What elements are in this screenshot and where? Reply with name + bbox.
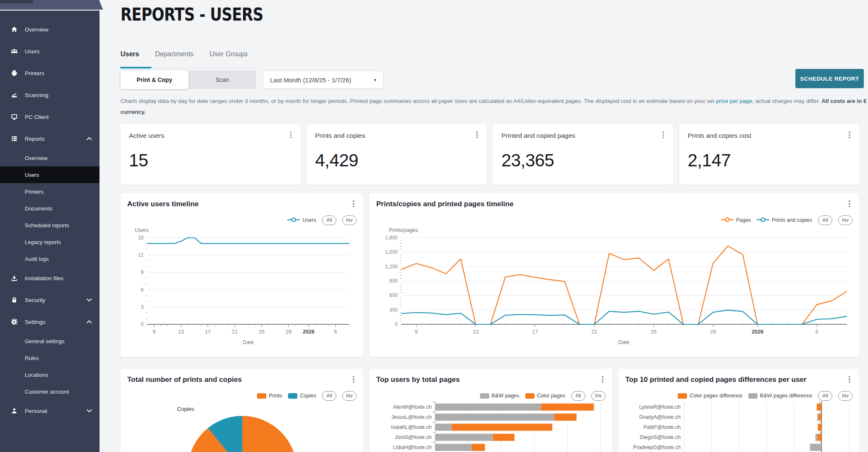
sidebar-subitem-scheduled-reports[interactable]: Scheduled reports: [0, 217, 100, 234]
price-per-page-link[interactable]: price per page: [716, 98, 752, 104]
sidebar-subitem-customer-account[interactable]: Customer account: [0, 383, 100, 400]
svg-text:25: 25: [259, 329, 265, 335]
schedule-report-button[interactable]: SCHEDULE REPORT: [795, 69, 864, 88]
legend-pill-inv[interactable]: Inv: [591, 391, 606, 401]
kebab-menu-icon[interactable]: [847, 200, 852, 208]
sidebar-item-users[interactable]: Users: [0, 40, 100, 62]
legend-pill-inv[interactable]: Inv: [838, 391, 852, 401]
kebab-menu-icon[interactable]: [600, 376, 606, 384]
legend-pill-all[interactable]: All: [571, 391, 585, 401]
date-range-dropdown[interactable]: Last Month (12/8/25 - 1/7/26) ▾: [263, 71, 383, 89]
kebab-menu-icon[interactable]: [847, 131, 852, 139]
date-range-value: Last Month (12/8/25 - 1/7/26): [270, 76, 351, 84]
sidebar-subitem-printers[interactable]: Printers: [0, 183, 100, 200]
legend-item-color-pages-difference[interactable]: Color pages difference: [678, 393, 742, 399]
legend-swatch-icon: [525, 393, 535, 399]
sidebar-item-settings[interactable]: Settings: [0, 311, 100, 333]
svg-text:9: 9: [153, 329, 156, 335]
legend-item-users[interactable]: Users: [287, 217, 316, 223]
svg-text:Date: Date: [619, 339, 629, 345]
kebab-menu-icon[interactable]: [288, 131, 294, 139]
legend-pill-all[interactable]: All: [818, 391, 832, 401]
legend-line-marker-icon: [287, 217, 300, 223]
sidebar-item-label: PC Client: [25, 114, 49, 120]
legend-label: B&W pages difference: [760, 393, 812, 399]
kebab-menu-icon[interactable]: [351, 200, 357, 208]
svg-text:17: 17: [532, 329, 538, 335]
tab-users[interactable]: Users: [121, 50, 139, 65]
sidebar-subitem-rules[interactable]: Rules: [0, 350, 100, 366]
sidebar-item-printers[interactable]: Printers: [0, 62, 100, 84]
pie-slice-label: Copies: [171, 406, 200, 412]
kebab-menu-icon[interactable]: [661, 131, 666, 139]
legend-item-prints[interactable]: Prints: [257, 393, 282, 399]
svg-text:Date: Date: [243, 339, 254, 345]
kebab-menu-icon[interactable]: [474, 131, 480, 139]
sidebar-item-reports[interactable]: Reports: [0, 128, 100, 150]
svg-text:Prints/pages: Prints/pages: [389, 227, 418, 233]
svg-text:0: 0: [395, 321, 398, 327]
legend-pill-inv[interactable]: Inv: [342, 391, 357, 401]
toggle-print-copy[interactable]: Print & Copy: [121, 71, 189, 89]
sidebar-subitem-audit-logs[interactable]: Audit logs: [0, 250, 100, 267]
sidebar-subitem-legacy-reports[interactable]: Legacy reports: [0, 234, 100, 250]
sidebar-item-label: Overview: [25, 26, 48, 33]
legend-item-copies[interactable]: Copies: [288, 393, 316, 399]
lock-icon: [10, 296, 18, 304]
legend-label: B&W pages: [492, 393, 519, 399]
summary-card-printed-and-copied-pages: Printed and copied pages23,365: [493, 124, 673, 185]
tab-user-groups[interactable]: User Groups: [210, 50, 248, 65]
svg-text:1,500: 1,500: [385, 249, 398, 255]
tab-departments[interactable]: Departments: [155, 50, 194, 65]
chart-title: Total number of prints and copies: [127, 376, 357, 384]
legend-item-b-w-pages[interactable]: B&W pages: [480, 393, 519, 399]
download-icon: [10, 274, 18, 282]
sidebar-item-pc-client[interactable]: PC Client: [0, 106, 100, 128]
sidebar-subitem-overview[interactable]: Overview: [0, 150, 100, 166]
legend-item-b-w-pages-difference[interactable]: B&W pages difference: [748, 393, 812, 399]
bar-chart-plot: AlexW@foxte.chJesusL@foxte.chIsaiahL@fox…: [376, 401, 606, 452]
legend-pill-inv[interactable]: Inv: [342, 215, 357, 225]
home-icon: [10, 26, 18, 33]
legend-pill-all[interactable]: All: [818, 215, 832, 225]
sidebar-item-security[interactable]: Security: [0, 289, 100, 311]
users-icon: [10, 47, 18, 55]
line-chart-plot: Users036912159131721252920265Date: [127, 225, 357, 351]
svg-text:25: 25: [651, 329, 657, 335]
sidebar-subitem-general-settings[interactable]: General settings: [0, 333, 100, 350]
summary-card-value: 15: [129, 150, 148, 171]
legend-label: Pages: [736, 217, 751, 223]
legend-item-color-pages[interactable]: Color pages: [525, 393, 565, 399]
printer-icon: [10, 69, 18, 77]
chevron-up-icon: [87, 137, 92, 140]
sidebar-item-installation-files[interactable]: Installation files: [0, 267, 100, 289]
legend-line-marker-icon: [721, 217, 734, 223]
sidebar-item-personal[interactable]: Personal: [0, 400, 100, 422]
legend-pill-inv[interactable]: Inv: [838, 215, 852, 225]
sidebar-submenu-reports: OverviewUsersPrintersDocumentsScheduled …: [0, 150, 100, 267]
svg-text:AlexW@foxte.ch: AlexW@foxte.ch: [393, 404, 432, 410]
legend-item-pages[interactable]: Pages: [721, 217, 751, 223]
svg-text:PradeepG@foxte.ch: PradeepG@foxte.ch: [633, 444, 681, 450]
sidebar: OverviewUsersPrintersScanningPC ClientRe…: [0, 0, 100, 452]
summary-card-value: 23,365: [501, 150, 554, 171]
legend-pill-all[interactable]: All: [322, 215, 336, 225]
toggle-scan[interactable]: Scan: [189, 71, 257, 89]
svg-text:15: 15: [138, 235, 144, 241]
kebab-menu-icon[interactable]: [847, 376, 852, 384]
sidebar-item-overview[interactable]: Overview: [0, 18, 100, 40]
summary-card-title: Prints and copies cost: [688, 132, 851, 139]
legend-item-prints-and-copies[interactable]: Prints and copies: [757, 217, 812, 223]
kebab-menu-icon[interactable]: [351, 376, 357, 384]
sidebar-subitem-users[interactable]: Users: [0, 166, 100, 183]
svg-text:DiegoS@foxte.ch: DiegoS@foxte.ch: [640, 434, 681, 440]
page-description: Charts display data by day for date rang…: [121, 96, 868, 118]
sidebar-subitem-documents[interactable]: Documents: [0, 200, 100, 217]
legend-pill-all[interactable]: All: [322, 391, 336, 401]
chevron-up-icon: [87, 320, 92, 323]
report-type-toggle: Print & CopyScan: [121, 71, 256, 89]
scanner-icon: [10, 91, 18, 99]
sidebar-subitem-locations[interactable]: Locations: [0, 366, 100, 383]
sidebar-item-scanning[interactable]: Scanning: [0, 84, 100, 106]
summary-card-prints-and-copies: Prints and copies4,429: [307, 124, 487, 185]
